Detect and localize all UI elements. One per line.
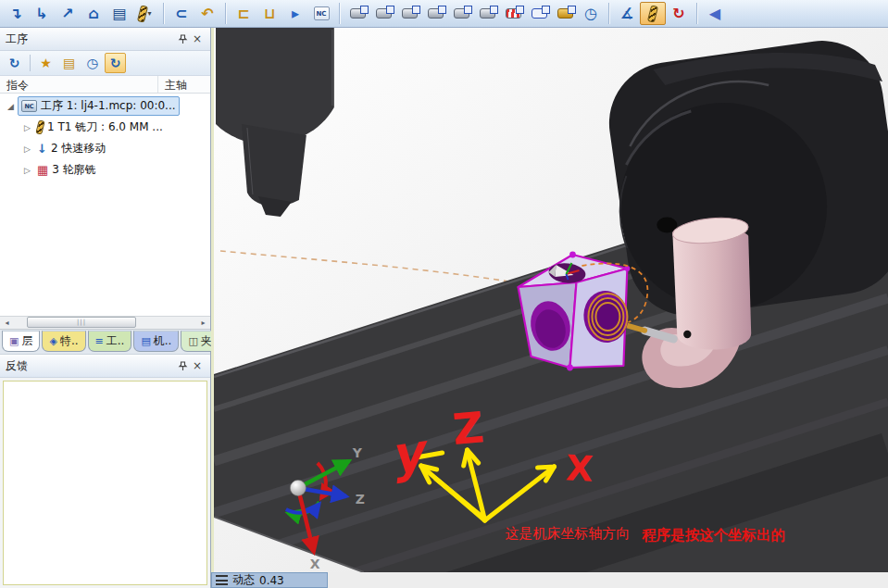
expander-collapsed-icon[interactable]: ▷	[20, 144, 34, 154]
list-icon	[216, 575, 228, 585]
toolbar-separator	[163, 3, 164, 24]
scroll-track[interactable]: |||	[14, 317, 196, 329]
view-mode-value: 0.43	[259, 574, 284, 587]
ink-axis-z-letter: Z	[451, 402, 486, 455]
feedback-panel-content	[3, 381, 207, 585]
clock-list-icon[interactable]: ◷	[81, 53, 103, 73]
tree-item[interactable]: NC工序 1: lj4-1.mcp: 00:0...	[18, 96, 180, 116]
stock-cube-icon[interactable]	[448, 2, 474, 25]
mill-tool-icon	[35, 119, 44, 134]
tab-tools[interactable]: ≡工..	[88, 331, 132, 352]
view-mode-label: 动态	[232, 572, 255, 588]
zoom-home-icon[interactable]: ⌂	[81, 2, 106, 25]
main-toolbar: ↴↳↗⌂▤▾⊂↶⊏⊔▸NC◷∡↻◀	[0, 0, 888, 28]
scroll-right-icon[interactable]: ▸	[196, 317, 210, 329]
triad-z-label: Z	[356, 492, 365, 507]
scroll-thumb[interactable]: |||	[27, 317, 136, 328]
ink-axis-x-letter: X	[565, 447, 594, 490]
pocket-rough-icon[interactable]: ⊏	[231, 2, 256, 25]
rotary-arm	[671, 215, 751, 358]
tree-row[interactable]: ◢NC工序 1: lj4-1.mcp: 00:0...	[0, 95, 210, 117]
tree-row[interactable]: ▷1 T1 铣刀 : 6.0 MM ...	[0, 117, 210, 138]
feedback-panel-titlebar: 反馈 ×	[0, 355, 210, 378]
tool-select-icon[interactable]: ▾	[132, 2, 158, 25]
scroll-left-icon[interactable]: ◂	[0, 317, 14, 329]
tree-row[interactable]: ▷↓2 快速移动	[0, 138, 210, 159]
main-area: 工序 × ↻★▤◷↻ 指令 主轴 ◢NC工序 1: lj4-1.mcp: 00:…	[0, 28, 888, 588]
machine-tab-icon: ▤	[141, 335, 150, 347]
machine-3d-viewport[interactable]: Y Z X	[211, 28, 888, 572]
rotate-view-icon[interactable]: ↻	[666, 2, 692, 25]
operations-panel-title: 工序	[6, 31, 28, 47]
expander-collapsed-icon[interactable]: ▷	[20, 166, 34, 175]
operations-panel-toolbar: ↻★▤◷↻	[0, 51, 210, 76]
time-estimate-icon[interactable]: ◷	[578, 2, 604, 25]
file-cabinet-icon[interactable]: ▤	[106, 2, 132, 25]
tab-machine[interactable]: ▤机..	[133, 331, 179, 352]
stock-wireframe-icon[interactable]	[526, 2, 552, 25]
tree-column-headers: 指令 主轴	[0, 76, 210, 94]
contour-mill-icon: ▦	[37, 163, 48, 177]
folder-list-icon[interactable]: ▤	[58, 53, 80, 73]
triad-y-label: Y	[352, 445, 363, 460]
deburr-tool-icon[interactable]: ◀	[702, 2, 728, 25]
sync-icon[interactable]: ↻	[105, 53, 126, 73]
viewport-canvas[interactable]: Y Z X	[214, 28, 888, 572]
step-move-icon[interactable]: ↳	[29, 2, 55, 25]
operations-panel-titlebar: 工序 ×	[0, 28, 210, 51]
close-icon[interactable]: ×	[190, 31, 205, 46]
tree-item[interactable]: 1 T1 铣刀 : 6.0 MM ...	[34, 119, 166, 136]
view-mode-chip[interactable]: 动态 0.43	[211, 572, 328, 588]
swivel-tool-icon[interactable]: ↶	[194, 2, 220, 25]
operations-tree: ◢NC工序 1: lj4-1.mcp: 00:0...▷1 T1 铣刀 : 6.…	[0, 94, 210, 316]
stock-curve-icon[interactable]	[396, 2, 422, 25]
stock-auto-icon[interactable]	[552, 2, 578, 25]
tab-label: 层	[21, 333, 32, 349]
pocket-mill-icon[interactable]: ⊔	[256, 2, 282, 25]
pin-icon[interactable]	[175, 31, 190, 46]
expander-collapsed-icon[interactable]: ▷	[20, 123, 34, 132]
stock-drill-icon[interactable]	[474, 2, 500, 25]
ink-note-left: 这是机床坐标轴方向	[506, 525, 631, 542]
expander-expanded-icon[interactable]: ◢	[4, 102, 18, 111]
play-toolpath-icon[interactable]: ▸	[282, 2, 308, 25]
folder-star-icon[interactable]: ★	[35, 53, 56, 73]
plunge-move-icon[interactable]: ↴	[3, 2, 29, 25]
tree-row[interactable]: ▷▦3 轮廓铣	[0, 159, 210, 181]
stock-block-icon[interactable]	[344, 2, 370, 25]
stock-flat-icon[interactable]	[422, 2, 448, 25]
stock-collision-icon[interactable]	[500, 2, 526, 25]
toolbar-separator	[696, 3, 697, 24]
material-removal-icon[interactable]	[640, 2, 666, 25]
measure-angle-icon[interactable]: ∡	[614, 2, 640, 25]
tree-item[interactable]: ↓2 快速移动	[34, 140, 108, 157]
close-icon[interactable]: ×	[190, 358, 205, 373]
ink-note-right: 程序是按这个坐标出的	[641, 527, 785, 544]
column-command[interactable]: 指令	[6, 78, 29, 94]
tools-tab-icon: ≡	[95, 335, 104, 347]
fixtures-tab-icon: ◫	[188, 335, 197, 347]
tab-layers[interactable]: ▣层	[2, 331, 40, 352]
feedback-panel-title: 反馈	[6, 358, 28, 374]
tree-hscrollbar: ◂ ||| ▸	[0, 316, 210, 330]
refresh-icon[interactable]: ↻	[4, 53, 25, 73]
pin-icon[interactable]	[175, 358, 190, 373]
nc-program-icon[interactable]: NC	[308, 2, 334, 25]
clamp-icon[interactable]: ⊂	[169, 2, 194, 25]
tab-features[interactable]: ◈特..	[42, 331, 85, 352]
rapid-move-icon: ↓	[37, 142, 47, 156]
tree-item-label: 3 轮廓铣	[52, 162, 95, 178]
column-divider[interactable]	[157, 76, 158, 93]
dropdown-arrow-icon[interactable]: ▾	[147, 9, 151, 18]
status-bar: 动态 0.43	[211, 572, 888, 588]
stock-tray-icon[interactable]	[370, 2, 396, 25]
dock-tabs: ▣层◈特..≡工..▤机..◫夹..	[0, 330, 210, 355]
zoom-to-tool-icon[interactable]: ↗	[55, 2, 81, 25]
nc-program-icon: NC	[21, 100, 37, 112]
tab-label: 机..	[154, 333, 172, 349]
tree-item[interactable]: ▦3 轮廓铣	[34, 161, 99, 179]
features-tab-icon: ◈	[49, 335, 56, 347]
application-window: ↴↳↗⌂▤▾⊂↶⊏⊔▸NC◷∡↻◀ 工序 × ↻★▤◷↻ 指令 主轴 ◢NC工序…	[0, 0, 888, 588]
left-dock: 工序 × ↻★▤◷↻ 指令 主轴 ◢NC工序 1: lj4-1.mcp: 00:…	[0, 28, 211, 588]
column-spindle[interactable]: 主轴	[165, 78, 187, 94]
